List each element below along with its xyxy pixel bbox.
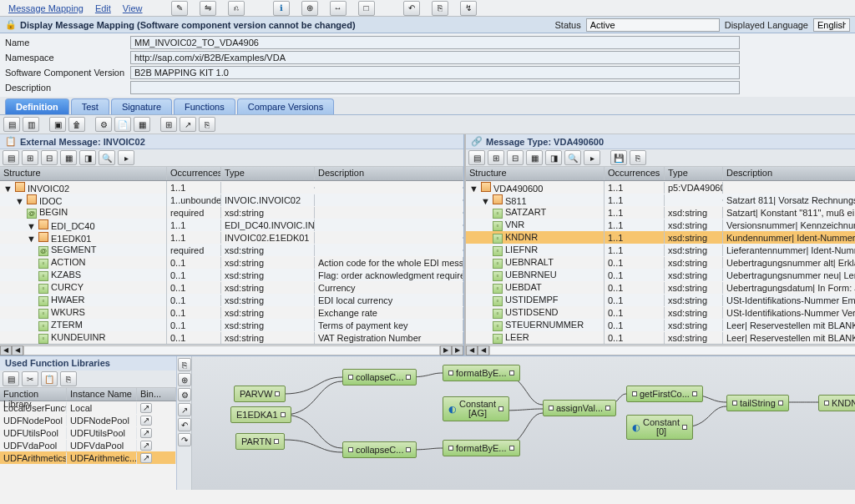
left-col-type[interactable]: Type: [221, 167, 315, 180]
tb2-1[interactable]: ▤: [3, 117, 20, 132]
ft-4[interactable]: ↗: [178, 403, 191, 416]
tab-definition[interactable]: Definition: [5, 98, 69, 114]
node-format-1[interactable]: formatByE...: [443, 365, 520, 381]
tab-test[interactable]: Test: [71, 98, 109, 114]
toolbar-icon-8[interactable]: ↶: [403, 1, 420, 16]
lp-tb-2[interactable]: ⊞: [22, 150, 38, 165]
tb2-10[interactable]: ⎘: [199, 117, 215, 132]
menu-view[interactable]: View: [123, 3, 143, 13]
toolbar-icon-4[interactable]: ℹ: [273, 1, 290, 16]
node-collapse-2[interactable]: collapseC...: [342, 441, 417, 458]
toolbar-icon-6[interactable]: ↔: [330, 1, 347, 16]
tb2-3[interactable]: ▣: [49, 117, 66, 132]
input-desc[interactable]: [130, 81, 740, 94]
tb2-4[interactable]: 🗑: [68, 117, 85, 132]
lib-row[interactable]: LocalUserFunctiLocal↗: [0, 401, 176, 414]
toolbar-icon-3[interactable]: ⎌: [228, 1, 245, 16]
lib-col-fl[interactable]: Function Library: [0, 388, 67, 401]
lp-tb-7[interactable]: ▸: [118, 150, 134, 165]
tree-row[interactable]: ▫VNR1..1xsd:stringVersionsnummer| Kennze…: [466, 219, 855, 231]
tree-row[interactable]: ▼ EDI_DC401..1EDI_DC40.INVOIC.INVOIC02: [0, 219, 463, 231]
tree-row[interactable]: ▼ INVOIC021..1: [0, 181, 463, 194]
lib-row[interactable]: UDFUtilsPoolUDFUtilsPool↗: [0, 426, 176, 439]
ft-6[interactable]: ↷: [178, 433, 191, 446]
ft-2[interactable]: ⊕: [178, 373, 191, 386]
tree-row[interactable]: ▫LEER0..1xsd:stringLeer| Reservestellen …: [466, 331, 855, 344]
tb2-9[interactable]: ↗: [180, 117, 196, 132]
left-tree[interactable]: ▼ INVOIC021..1▼ IDOC1..unboundedINVOIC.I…: [0, 181, 463, 344]
tree-row[interactable]: ▫ACTION0..1xsd:stringAction code for the…: [0, 256, 463, 269]
lib-tb-4[interactable]: ⎘: [60, 371, 77, 386]
rp-tb-8[interactable]: 💾: [610, 150, 627, 165]
tree-row[interactable]: ▫WKURS0..1xsd:stringExchange rate: [0, 306, 463, 319]
lib-col-in[interactable]: Instance Name: [67, 388, 137, 401]
node-tailstring[interactable]: tailString: [726, 395, 789, 411]
tree-row[interactable]: ▫USTIDSEND0..1xsd:stringUSt-Identifikati…: [466, 306, 855, 319]
tree-row[interactable]: ▫USTIDEMPF0..1xsd:stringUSt-Identifikati…: [466, 294, 855, 306]
rp-tb-3[interactable]: ⊟: [507, 150, 524, 165]
node-output-kndnr[interactable]: KNDNR: [818, 395, 855, 411]
left-col-desc[interactable]: Description: [315, 167, 463, 180]
tree-row[interactable]: ▫UEBNRNEU0..1xsd:stringUebertragungsnumm…: [466, 269, 855, 281]
lp-tb-5[interactable]: ◨: [79, 150, 96, 165]
node-constant-ag[interactable]: ◐Constant [AG]: [443, 396, 509, 421]
tree-row[interactable]: ▫UEBNRALT0..1xsd:stringUebertragungsnumm…: [466, 256, 855, 269]
lp-tb-6[interactable]: 🔍: [99, 150, 115, 165]
node-collapse-1[interactable]: collapseC...: [342, 369, 417, 386]
tab-functions[interactable]: Functions: [174, 98, 235, 114]
node-assign[interactable]: assignVal...: [543, 400, 616, 416]
tb2-7[interactable]: ▦: [134, 117, 150, 132]
tb2-8[interactable]: ⊞: [160, 117, 177, 132]
menu-edit[interactable]: Edit: [95, 3, 111, 13]
right-col-occ[interactable]: Occurrences: [605, 167, 665, 180]
tree-row[interactable]: ▼ IDOC1..unboundedINVOIC.INVOIC02: [0, 194, 463, 206]
ft-3[interactable]: ⚙: [178, 388, 191, 401]
left-col-structure[interactable]: Structure: [0, 167, 167, 180]
tb2-5[interactable]: ⚙: [95, 117, 112, 132]
tree-row[interactable]: ▼ S8111..1Satzart 811| Vorsatz Rechnungs…: [466, 194, 855, 206]
node-parvw[interactable]: PARVW: [234, 386, 286, 402]
toolbar-icon-10[interactable]: ↯: [460, 1, 477, 16]
tree-row[interactable]: ▫HWAER0..1xsd:stringEDI local currency: [0, 294, 463, 306]
right-col-type[interactable]: Type: [665, 167, 723, 180]
rp-tb-1[interactable]: ▤: [468, 150, 485, 165]
tree-row[interactable]: ▫CURCY0..1xsd:stringCurrency: [0, 281, 463, 294]
toolbar-icon-1[interactable]: ✎: [171, 1, 188, 16]
lang-field[interactable]: [813, 18, 850, 32]
right-tree[interactable]: ▼ VDA4906001..1p5:VDA490600▼ S8111..1Sat…: [466, 181, 855, 344]
lib-row[interactable]: UDFNodePoolUDFNodePool↗: [0, 414, 176, 426]
node-partn[interactable]: PARTN: [235, 433, 285, 450]
tree-row[interactable]: ▫STEUERNUMMER0..1xsd:stringLeer| Reserve…: [466, 319, 855, 331]
tab-compare[interactable]: Compare Versions: [237, 98, 335, 114]
lib-row[interactable]: UDFArithmeticsPUDFArithmetic...↗: [0, 451, 176, 464]
rp-tb-4[interactable]: ▦: [526, 150, 543, 165]
node-e1edka1[interactable]: E1EDKA1: [230, 406, 291, 423]
tree-row[interactable]: ▼ VDA4906001..1p5:VDA490600: [466, 181, 855, 194]
lib-rows[interactable]: LocalUserFunctiLocal↗UDFNodePoolUDFNodeP…: [0, 401, 176, 490]
lp-tb-3[interactable]: ⊟: [41, 150, 58, 165]
tab-signature[interactable]: Signature: [111, 98, 172, 114]
right-col-structure[interactable]: Structure: [466, 167, 605, 180]
left-col-occ[interactable]: Occurrences: [167, 167, 221, 180]
node-getfirst[interactable]: getFirstCo...: [626, 386, 703, 402]
tree-row[interactable]: ▫KNDNR1..1xsd:stringKundennummer| Ident-…: [466, 231, 855, 244]
lib-row[interactable]: UDFVdaPoolUDFVdaPool↗: [0, 439, 176, 451]
lib-tb-1[interactable]: ▤: [3, 371, 19, 386]
tree-row[interactable]: ▫SATZART1..1xsd:stringSatzart| Konstant …: [466, 206, 855, 219]
tree-row[interactable]: ▫KUNDEUINR0..1xsd:stringVAT Registration…: [0, 331, 463, 344]
tree-row[interactable]: @SEGMENTrequiredxsd:string: [0, 244, 463, 256]
toolbar-icon-5[interactable]: ⊕: [301, 1, 318, 16]
tree-row[interactable]: @BEGINrequiredxsd:string: [0, 206, 463, 219]
ft-1[interactable]: ⎘: [178, 358, 191, 371]
tree-row[interactable]: ▫UEBDAT0..1xsd:stringUebertragungsdatum|…: [466, 281, 855, 294]
toolbar-icon-7[interactable]: □: [358, 1, 375, 16]
rp-tb-7[interactable]: ▸: [584, 150, 600, 165]
lib-tb-2[interactable]: ✂: [22, 371, 38, 386]
rp-tb-6[interactable]: 🔍: [564, 150, 581, 165]
right-col-desc[interactable]: Description: [723, 167, 855, 180]
ft-5[interactable]: ↶: [178, 418, 191, 431]
tree-row[interactable]: ▫LIEFNR1..1xsd:stringLieferantennummer| …: [466, 244, 855, 256]
rp-tb-2[interactable]: ⊞: [488, 150, 504, 165]
tb2-6[interactable]: 📄: [114, 117, 131, 132]
right-hscroll[interactable]: ◀◀▶▶: [466, 344, 855, 355]
